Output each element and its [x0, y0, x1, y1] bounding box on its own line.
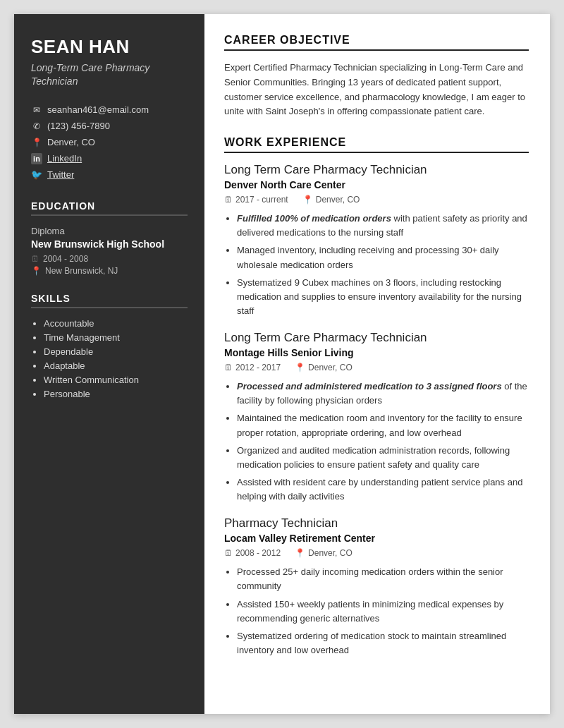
job-3-company: Locam Valley Retirement Center — [224, 533, 529, 544]
calendar-icon-2: 🗓 — [224, 363, 233, 372]
skill-time-management: Time Management — [44, 332, 188, 343]
job-2-meta: 🗓 2012 - 2017 📍 Denver, CO — [224, 363, 529, 372]
job-1-bullets: Fulfilled 100% of medication orders with… — [224, 212, 529, 318]
skill-dependable: Dependable — [44, 346, 188, 357]
career-objective-text: Expert Certified Pharmacy Technician spe… — [224, 61, 529, 119]
job-1-years: 🗓 2017 - current — [224, 195, 288, 205]
job-3: Pharmacy Technician Locam Valley Retirem… — [224, 516, 529, 657]
calendar-icon: 🗓 — [31, 254, 39, 264]
job-2: Long Term Care Pharmacy Technician Monta… — [224, 331, 529, 504]
education-section-title: EDUCATION — [31, 200, 188, 216]
edu-years: 🗓 2004 - 2008 — [31, 254, 188, 264]
main-content: CAREER OBJECTIVE Expert Certified Pharma… — [204, 14, 550, 714]
contact-linkedin[interactable]: in LinkedIn — [31, 153, 188, 164]
work-experience-section: WORK EXPERIENCE Long Term Care Pharmacy … — [224, 136, 529, 657]
twitter-link[interactable]: Twitter — [47, 169, 74, 180]
calendar-icon-1: 🗓 — [224, 195, 233, 205]
calendar-icon-3: 🗓 — [224, 548, 233, 558]
job-1-bullet-2: Managed inventory, including receiving a… — [237, 243, 529, 272]
contact-list: ✉ seanhan461@email.com ✆ (123) 456-7890 … — [31, 104, 188, 181]
job-3-bullet-3: Systematized ordering of medication stoc… — [237, 629, 529, 657]
job-2-years: 🗓 2012 - 2017 — [224, 363, 281, 372]
job-1-bullet-1-bold: Fulfilled 100% of medication orders — [237, 213, 391, 224]
resume-container: SEAN HAN Long-Term Care Pharmacy Technic… — [14, 14, 550, 714]
linkedin-icon: in — [31, 153, 42, 164]
career-objective-title: CAREER OBJECTIVE — [224, 34, 529, 51]
job-2-bullet-3: Organized and audited medication adminis… — [237, 444, 529, 472]
career-objective-section: CAREER OBJECTIVE Expert Certified Pharma… — [224, 34, 529, 119]
contact-twitter[interactable]: 🐦 Twitter — [31, 169, 188, 181]
job-1-bullet-1: Fulfilled 100% of medication orders with… — [237, 212, 529, 240]
phone-icon: ✆ — [31, 121, 42, 132]
contact-email: ✉ seanhan461@email.com — [31, 104, 188, 116]
work-experience-title: WORK EXPERIENCE — [224, 136, 529, 153]
pin-icon-1: 📍 — [302, 195, 313, 205]
skills-section-title: SKILLS — [31, 293, 188, 308]
skill-accountable: Accountable — [44, 318, 188, 329]
job-2-location: 📍 Denver, CO — [295, 363, 352, 372]
email-icon: ✉ — [31, 104, 42, 116]
job-2-bullet-1: Processed and administered medication to… — [237, 380, 529, 408]
skill-adaptable: Adaptable — [44, 360, 188, 371]
job-1-meta: 🗓 2017 - current 📍 Denver, CO — [224, 195, 529, 205]
job-2-bullet-1-bold: Processed and administered medication to… — [237, 381, 502, 392]
job-1-title: Long Term Care Pharmacy Technician — [224, 163, 529, 177]
job-3-bullet-2: Assisted 150+ weekly patients in minimiz… — [237, 597, 529, 626]
job-2-title: Long Term Care Pharmacy Technician — [224, 331, 529, 345]
skill-written-communication: Written Communication — [44, 375, 188, 385]
job-2-bullet-4: Assisted with resident care by understan… — [237, 475, 529, 504]
pin-icon-2: 📍 — [295, 363, 305, 372]
job-1: Long Term Care Pharmacy Technician Denve… — [224, 163, 529, 318]
job-3-bullet-1: Processed 25+ daily incoming medication … — [237, 565, 529, 593]
job-3-title: Pharmacy Technician — [224, 516, 529, 530]
skill-personable: Personable — [44, 389, 188, 399]
job-1-bullet-3: Systematized 9 Cubex machines on 3 floor… — [237, 276, 529, 318]
job-2-bullet-2: Maintained the medication room and inven… — [237, 411, 529, 439]
job-3-bullets: Processed 25+ daily incoming medication … — [224, 565, 529, 657]
job-2-company: Montage Hills Senior Living — [224, 347, 529, 358]
linkedin-link[interactable]: LinkedIn — [47, 153, 82, 164]
job-3-meta: 🗓 2008 - 2012 📍 Denver, CO — [224, 548, 529, 558]
pin-icon: 📍 — [31, 266, 42, 276]
contact-location: 📍 Denver, CO — [31, 137, 188, 148]
job-1-company: Denver North Care Center — [224, 179, 529, 190]
sidebar: SEAN HAN Long-Term Care Pharmacy Technic… — [14, 14, 204, 714]
candidate-name: SEAN HAN — [31, 37, 188, 57]
candidate-title: Long-Term Care Pharmacy Technician — [31, 61, 188, 89]
contact-phone: ✆ (123) 456-7890 — [31, 121, 188, 132]
job-1-location: 📍 Denver, CO — [302, 195, 360, 205]
pin-icon-3: 📍 — [295, 548, 305, 558]
edu-degree: Diploma — [31, 226, 188, 236]
job-2-bullets: Processed and administered medication to… — [224, 380, 529, 504]
job-3-years: 🗓 2008 - 2012 — [224, 548, 281, 558]
edu-school: New Brunswick High School — [31, 238, 188, 250]
skills-list: Accountable Time Management Dependable A… — [31, 318, 188, 399]
location-icon: 📍 — [31, 137, 42, 148]
edu-location: 📍 New Brunswick, NJ — [31, 266, 188, 276]
twitter-icon: 🐦 — [31, 169, 42, 181]
job-3-location: 📍 Denver, CO — [295, 548, 352, 558]
